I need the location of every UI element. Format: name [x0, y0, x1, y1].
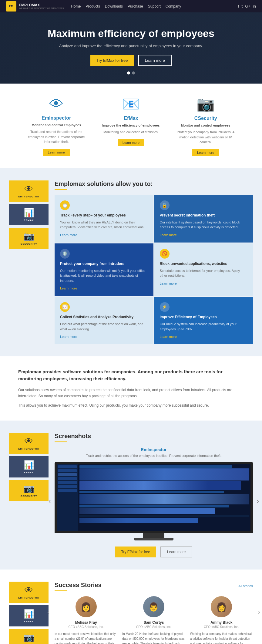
nav-home[interactable]: Home [71, 4, 81, 8]
sol-icon-2: 🔒 [160, 200, 170, 210]
nav-logo[interactable]: EM EMPLOMAX IMPROVE THE EFFICIENCY OF EM… [6, 1, 64, 12]
sol-desc-3: Our motion-monitoring solution will noti… [60, 268, 148, 283]
screenshots-sidebar-eminspector[interactable]: 👁 EMINSPECTOR [9, 433, 49, 454]
eminspector-learn-button[interactable]: Learn more [43, 149, 70, 156]
nav-facebook-icon[interactable]: f [238, 4, 239, 8]
nav-support[interactable]: Support [148, 4, 161, 8]
solution-card-4: 🚫 Block unwanted applications, websites … [154, 243, 253, 296]
hero-dot-1[interactable] [127, 71, 130, 74]
ss-eminspector-icon: 👁 [12, 436, 46, 446]
sidebar-efmax[interactable]: 📊 EFMAX [9, 204, 49, 225]
solution-card-1: ⏱️ Track «every step» of your employees … [55, 195, 153, 243]
csecurity-icon: 📷 [175, 96, 236, 113]
efmax-icon: 📧 [102, 96, 160, 113]
screenshots-sidebar: 👁 EMINSPECTOR 📊 EFMAX 📷 CSECURITY [9, 433, 49, 557]
ss-efmax-label: EFMAX [12, 471, 46, 474]
csecurity-learn-button[interactable]: Learn more [192, 149, 219, 156]
story-3-name: Ammy Black [190, 620, 253, 625]
st-efmax-label: EFMAX [12, 620, 46, 623]
story-3: 👩 Ammy Black CEO «ABC Solutions, Inc. Wo… [190, 596, 253, 644]
hero-section: Maximum efficiency of employees Analyze … [0, 12, 262, 84]
product-csecurity: 📷 CSecurity Monitor and control employee… [175, 96, 236, 156]
nav-twitter-icon[interactable]: t [242, 4, 243, 8]
stories-next-button[interactable]: › [258, 608, 260, 616]
nav-purchase[interactable]: Purchase [128, 4, 143, 8]
story-3-avatar: 👩 [211, 596, 232, 617]
sol-link-6[interactable]: Learn more [160, 335, 177, 339]
screenshots-title: Screenshots [55, 433, 253, 440]
csecurity-desc: Protect your company from intruders. A m… [175, 130, 236, 145]
nav-gplus-icon[interactable]: G+ [245, 4, 250, 8]
sidebar-efmax-label: EFMAX [12, 219, 46, 222]
hero-primary-button[interactable]: Try EfMax for free [90, 55, 134, 66]
screenshot-buttons: Try EfMax for free Learn more [55, 547, 253, 557]
stories-main: Success Stories All stories ‹ 👩 Melissa … [55, 582, 253, 644]
stories-sidebar-eminspector[interactable]: 👁 EMINSPECTOR [9, 582, 49, 603]
screenshots-main: Screenshots EmInspector Track and restri… [55, 433, 253, 557]
screenshots-sidebar-csecurity[interactable]: 📷 CSECURITY [9, 480, 49, 501]
sidebar-eminspector[interactable]: 👁 EMINSPECTOR [9, 180, 49, 202]
screenshots-sidebar-efmax[interactable]: 📊 EFMAX [9, 456, 49, 477]
stories-sidebar-csecurity[interactable]: 📷 CSECURITY [9, 629, 49, 644]
sol-link-2[interactable]: Learn more [160, 233, 177, 237]
sol-link-1[interactable]: Learn more [60, 233, 77, 237]
solutions-title: Emplomax solutions allow you to: [55, 180, 253, 187]
screenshot-next-button[interactable]: › [257, 497, 259, 505]
hero-title: Maximum efficiency of employees [48, 28, 214, 39]
story-2-avatar: 👨 [143, 596, 164, 617]
story-3-text: Working for a company that makes behavio… [190, 632, 253, 644]
hero-dot-2[interactable] [132, 71, 135, 74]
story-1: 👩 Melissa Fray CEO «ABC Solutions, Inc. … [55, 596, 117, 644]
navbar: EM EMPLOMAX IMPROVE THE EFFICIENCY OF EM… [0, 0, 262, 12]
sol-desc-4: Schedule access to internet for your emp… [160, 268, 248, 278]
nav-linkedin-icon[interactable]: in [253, 4, 256, 8]
stories-sidebar-efmax[interactable]: 📊 EFMAX [9, 605, 49, 626]
csecurity-subtitle: Monitor and control employees [175, 124, 236, 127]
stories-title: Success Stories [55, 582, 102, 589]
sol-icon-6: ⚡ [160, 302, 170, 312]
sidebar-efmax-icon: 📊 [12, 208, 46, 218]
sidebar-csecurity[interactable]: 📷 CSECURITY [9, 228, 49, 249]
sol-link-5[interactable]: Learn more [60, 335, 77, 339]
eminspector-icon: 👁 [26, 96, 87, 112]
hero-secondary-button[interactable]: Learn more [138, 55, 172, 66]
st-eminspector-icon: 👁 [12, 585, 46, 595]
efmax-learn-button[interactable]: Learn more [118, 139, 144, 146]
stories-prev-button[interactable]: ‹ [47, 608, 49, 616]
about-p2: This allows you to achieve maximum effec… [18, 402, 244, 408]
sol-icon-3: 🛡️ [60, 249, 70, 259]
screenshots-section: 👁 EMINSPECTOR 📊 EFMAX 📷 CSECURITY Screen… [0, 421, 262, 570]
all-stories-link[interactable]: All stories [238, 584, 253, 588]
sidebar-eminspector-label: EMINSPECTOR [12, 195, 46, 198]
solution-card-2: 🔒 Prevent secret information theft Our i… [154, 195, 253, 243]
story-2-name: Sam Cortys [122, 620, 185, 625]
screenshot-try-button[interactable]: Try EfMax for free [115, 547, 156, 557]
nav-downloads[interactable]: Downloads [105, 4, 123, 8]
screenshot-learn-button[interactable]: Learn more [160, 547, 192, 557]
csecurity-title: CSecurity [175, 116, 236, 121]
sol-link-4[interactable]: Learn more [160, 282, 177, 285]
solutions-sidebar: 👁 EMINSPECTOR 📊 EFMAX 📷 CSECURITY [9, 180, 49, 345]
ss-efmax-icon: 📊 [12, 460, 46, 470]
sol-icon-4: 🚫 [160, 249, 170, 259]
nav-social: f t G+ in [238, 4, 256, 8]
eminspector-desc: Track and restrict the actions of the em… [26, 129, 87, 144]
story-2: 👨 Sam Cortys CEO «ABC Solutions, Inc. In… [122, 596, 185, 644]
about-p1: Our solutions allow owners of companies … [18, 387, 244, 399]
sol-link-3[interactable]: Learn more [60, 286, 77, 290]
product-eminspector: 👁 EmInspector Monitor and control employ… [26, 96, 87, 156]
st-eminspector-label: EMINSPECTOR [12, 596, 46, 599]
screenshot-monitor [55, 462, 253, 540]
sidebar-eminspector-icon: 👁 [12, 184, 46, 194]
screenshot-prev-button[interactable]: ‹ [49, 497, 51, 505]
product-efmax: 📧 EfMax Improve the efficiency of employ… [102, 96, 160, 156]
efmax-subtitle: Improve the efficiency of employees [102, 124, 160, 127]
screenshot-desc: Track and restrict the actions of the em… [55, 454, 253, 457]
st-efmax-icon: 📊 [12, 609, 46, 619]
stories-section: 👁 EMINSPECTOR 📊 EFMAX 📷 CSECURITY Succes… [0, 570, 262, 644]
nav-links: Home Products Downloads Purchase Support… [71, 4, 238, 8]
stories-carousel: ‹ 👩 Melissa Fray CEO «ABC Solutions, Inc… [55, 596, 253, 644]
screenshot-product-name: EmInspector [55, 447, 253, 452]
nav-company[interactable]: Company [166, 4, 181, 8]
nav-products[interactable]: Products [86, 4, 100, 8]
